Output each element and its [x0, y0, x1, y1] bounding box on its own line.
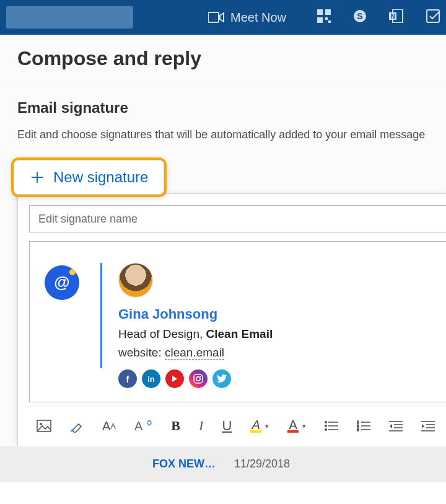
svg-rect-3: [317, 17, 323, 23]
list-item-date: 11/29/2018: [234, 458, 290, 471]
svg-rect-4: [325, 17, 328, 20]
search-input[interactable]: [6, 6, 133, 29]
video-icon: [208, 12, 224, 23]
svg-point-22: [325, 429, 327, 431]
svg-point-18: [325, 422, 327, 423]
section-description: Edit and choose signatures that will be …: [17, 126, 429, 143]
highlight-color-button[interactable]: A ▾: [250, 419, 269, 433]
facebook-icon[interactable]: f: [118, 369, 137, 388]
website-prefix: website:: [118, 346, 165, 359]
svg-text:N: N: [390, 13, 395, 20]
linkedin-icon[interactable]: in: [142, 369, 160, 388]
signature-body[interactable]: @ Gina Johnsong Head of Design, Clean Em…: [29, 241, 446, 402]
signature-website-line: website: clean.email: [118, 346, 273, 360]
website-link[interactable]: clean.email: [165, 346, 224, 360]
font-size-button[interactable]: A: [134, 419, 152, 433]
youtube-icon[interactable]: [165, 369, 184, 388]
new-signature-button[interactable]: New signature: [11, 157, 167, 197]
skype-icon[interactable]: S: [353, 9, 367, 25]
signature-person-name: Gina Johnsong: [118, 306, 273, 322]
plus-icon: [30, 170, 45, 185]
divider: [0, 84, 446, 84]
svg-point-17: [40, 423, 42, 425]
decrease-indent-button[interactable]: [389, 420, 403, 431]
insert-image-button[interactable]: [37, 420, 51, 432]
underline-button[interactable]: U: [222, 418, 232, 434]
email-signature-section: Email signature Edit and choose signatur…: [0, 84, 446, 143]
svg-rect-11: [427, 10, 439, 22]
signature-editor: @ Gina Johnsong Head of Design, Clean Em…: [17, 193, 446, 446]
app-topbar: Meet Now S N: [0, 0, 446, 35]
qr-icon[interactable]: [317, 9, 331, 25]
format-toolbar: AA A B I U A ▾ A ▾: [29, 405, 446, 446]
social-icons: f in: [118, 369, 273, 388]
format-painter-button[interactable]: [70, 419, 84, 433]
instagram-icon[interactable]: [189, 369, 208, 388]
meet-now-button[interactable]: Meet Now: [208, 11, 286, 25]
twitter-icon[interactable]: [212, 369, 231, 388]
increase-indent-button[interactable]: [421, 420, 435, 431]
svg-point-14: [196, 377, 200, 381]
bulleted-list-button[interactable]: [325, 420, 338, 431]
todo-icon[interactable]: [426, 9, 440, 25]
font-family-button[interactable]: AA: [102, 419, 116, 433]
list-item-title: FOX NEW…: [152, 458, 216, 471]
signature-company: Clean Email: [206, 327, 273, 340]
svg-text:S: S: [357, 11, 362, 21]
svg-rect-5: [328, 20, 331, 23]
font-color-button[interactable]: A ▾: [287, 419, 306, 433]
separator-line: [100, 263, 102, 368]
svg-text:3: 3: [357, 428, 359, 431]
settings-panel: Compose and reply Email signature Edit a…: [0, 35, 446, 446]
signature-role-line: Head of Design, Clean Email: [118, 327, 273, 341]
signature-name-input[interactable]: [29, 205, 446, 232]
italic-button[interactable]: I: [199, 418, 203, 434]
topbar-icons: S N: [317, 9, 440, 25]
brand-badge-icon: @: [45, 265, 79, 300]
svg-rect-13: [194, 374, 203, 383]
page-title: Compose and reply: [0, 35, 446, 84]
svg-rect-1: [317, 9, 323, 15]
svg-text:@: @: [54, 273, 69, 291]
svg-point-15: [200, 376, 201, 377]
signature-role: Head of Design,: [118, 327, 206, 340]
svg-point-20: [325, 425, 327, 427]
numbered-list-button[interactable]: 123: [357, 420, 370, 431]
svg-rect-2: [325, 9, 331, 15]
svg-rect-0: [208, 12, 219, 22]
bold-button[interactable]: B: [171, 418, 180, 434]
new-signature-label: New signature: [53, 169, 148, 186]
background-list-row[interactable]: FOX NEW… 11/29/2018: [0, 446, 446, 482]
meet-now-label: Meet Now: [230, 11, 286, 25]
avatar: [118, 263, 153, 298]
onenote-icon[interactable]: N: [389, 9, 404, 25]
section-title: Email signature: [17, 99, 429, 117]
